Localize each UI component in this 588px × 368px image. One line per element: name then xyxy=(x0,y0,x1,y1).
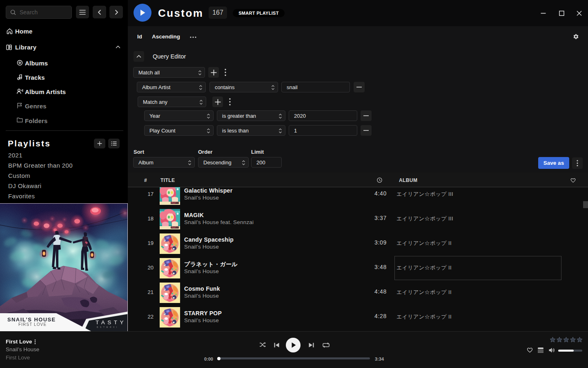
svg-text:FIRST LOVE: FIRST LOVE xyxy=(18,322,47,327)
svg-text:TASTY: TASTY xyxy=(96,319,126,325)
svg-text:BSTMRXI: BSTMRXI xyxy=(97,326,119,328)
svg-text:SNAIL’S HOUSE: SNAIL’S HOUSE xyxy=(7,316,56,323)
